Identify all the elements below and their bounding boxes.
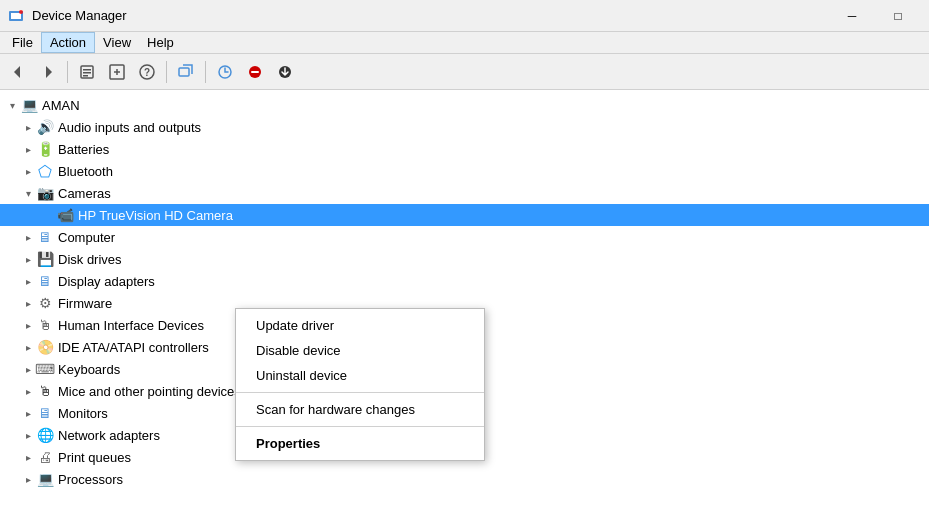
disk-icon: 💾: [36, 250, 54, 268]
print-icon: 🖨: [36, 448, 54, 466]
camera-icon: 📷: [36, 184, 54, 202]
network-toggle[interactable]: [20, 427, 36, 443]
audio-toggle[interactable]: [20, 119, 36, 135]
firmware-label: Firmware: [58, 296, 112, 311]
network-icon: 🌐: [36, 426, 54, 444]
toolbar: ?: [0, 54, 929, 90]
computer-node-icon: 🖥: [36, 228, 54, 246]
hid-toggle[interactable]: [20, 317, 36, 333]
toolbar-scan-btn[interactable]: [211, 58, 239, 86]
context-menu: Update driver Disable device Uninstall d…: [235, 308, 485, 461]
root-toggle[interactable]: [4, 97, 20, 113]
toolbar-properties-btn[interactable]: [73, 58, 101, 86]
toolbar-remove-btn[interactable]: [241, 58, 269, 86]
toolbar-forward-btn[interactable]: [34, 58, 62, 86]
toolbar-sep-2: [166, 61, 167, 83]
maximize-button[interactable]: □: [875, 0, 921, 32]
computer-icon: 💻: [20, 96, 38, 114]
menu-bar: File Action View Help: [0, 32, 929, 54]
toolbar-expand-btn[interactable]: [172, 58, 200, 86]
audio-label: Audio inputs and outputs: [58, 120, 201, 135]
svg-marker-4: [46, 66, 52, 78]
cameras-label: Cameras: [58, 186, 111, 201]
disk-toggle[interactable]: [20, 251, 36, 267]
keyboards-toggle[interactable]: [20, 361, 36, 377]
ide-label: IDE ATA/ATAPI controllers: [58, 340, 209, 355]
tree-cameras[interactable]: 📷 Cameras: [0, 182, 929, 204]
computer-label: Computer: [58, 230, 115, 245]
svg-rect-6: [83, 69, 91, 71]
tree-processors[interactable]: 💻 Processors: [0, 468, 929, 490]
display-icon: 🖥: [36, 272, 54, 290]
ctx-properties[interactable]: Properties: [236, 431, 484, 456]
toolbar-sep-1: [67, 61, 68, 83]
mice-label: Mice and other pointing devices: [58, 384, 241, 399]
svg-marker-3: [14, 66, 20, 78]
tree-batteries[interactable]: 🔋 Batteries: [0, 138, 929, 160]
batteries-label: Batteries: [58, 142, 109, 157]
toolbar-show-all-btn[interactable]: [103, 58, 131, 86]
keyboards-label: Keyboards: [58, 362, 120, 377]
toolbar-back-btn[interactable]: [4, 58, 32, 86]
tree-audio[interactable]: 🔊 Audio inputs and outputs: [0, 116, 929, 138]
ctx-sep-1: [236, 392, 484, 393]
monitors-label: Monitors: [58, 406, 108, 421]
svg-text:?: ?: [144, 67, 150, 78]
keyboard-icon: ⌨: [36, 360, 54, 378]
hid-label: Human Interface Devices: [58, 318, 204, 333]
print-toggle[interactable]: [20, 449, 36, 465]
tree-display[interactable]: 🖥 Display adapters: [0, 270, 929, 292]
audio-icon: 🔊: [36, 118, 54, 136]
processors-label: Processors: [58, 472, 123, 487]
bluetooth-label: Bluetooth: [58, 164, 113, 179]
tree-hp-camera[interactable]: 📹 HP TrueVision HD Camera: [0, 204, 929, 226]
mouse-icon: 🖱: [36, 382, 54, 400]
display-toggle[interactable]: [20, 273, 36, 289]
monitors-icon: 🖥: [36, 404, 54, 422]
hp-camera-label: HP TrueVision HD Camera: [78, 208, 233, 223]
menu-file[interactable]: File: [4, 33, 41, 52]
toolbar-update-btn[interactable]: [271, 58, 299, 86]
ctx-scan-changes[interactable]: Scan for hardware changes: [236, 397, 484, 422]
toolbar-sep-3: [205, 61, 206, 83]
tree-disk[interactable]: 💾 Disk drives: [0, 248, 929, 270]
cpu-icon: 💻: [36, 470, 54, 488]
svg-rect-12: [179, 68, 189, 76]
display-label: Display adapters: [58, 274, 155, 289]
bluetooth-toggle[interactable]: [20, 163, 36, 179]
batteries-toggle[interactable]: [20, 141, 36, 157]
mice-toggle[interactable]: [20, 383, 36, 399]
window-controls: ─ □: [829, 0, 921, 32]
disk-label: Disk drives: [58, 252, 122, 267]
main-area: 💻 AMAN 🔊 Audio inputs and outputs 🔋 Batt…: [0, 90, 929, 512]
computer-toggle[interactable]: [20, 229, 36, 245]
window-title: Device Manager: [32, 8, 127, 23]
bluetooth-icon: ⬠: [36, 162, 54, 180]
tree-bluetooth[interactable]: ⬠ Bluetooth: [0, 160, 929, 182]
cameras-toggle[interactable]: [20, 185, 36, 201]
ctx-sep-2: [236, 426, 484, 427]
app-icon: [8, 8, 24, 24]
ide-toggle[interactable]: [20, 339, 36, 355]
monitors-toggle[interactable]: [20, 405, 36, 421]
minimize-button[interactable]: ─: [829, 0, 875, 32]
svg-point-2: [19, 10, 23, 14]
svg-rect-7: [83, 72, 91, 74]
svg-rect-8: [83, 75, 88, 77]
ctx-update-driver[interactable]: Update driver: [236, 313, 484, 338]
tree-computer[interactable]: 🖥 Computer: [0, 226, 929, 248]
firmware-icon: ⚙: [36, 294, 54, 312]
ctx-disable-device[interactable]: Disable device: [236, 338, 484, 363]
menu-action[interactable]: Action: [41, 32, 95, 53]
tree-root[interactable]: 💻 AMAN: [0, 94, 929, 116]
battery-icon: 🔋: [36, 140, 54, 158]
processors-toggle[interactable]: [20, 471, 36, 487]
menu-help[interactable]: Help: [139, 33, 182, 52]
menu-view[interactable]: View: [95, 33, 139, 52]
svg-rect-1: [11, 13, 21, 19]
firmware-toggle[interactable]: [20, 295, 36, 311]
ctx-uninstall-device[interactable]: Uninstall device: [236, 363, 484, 388]
ide-icon: 📀: [36, 338, 54, 356]
toolbar-help-btn[interactable]: ?: [133, 58, 161, 86]
network-label: Network adapters: [58, 428, 160, 443]
